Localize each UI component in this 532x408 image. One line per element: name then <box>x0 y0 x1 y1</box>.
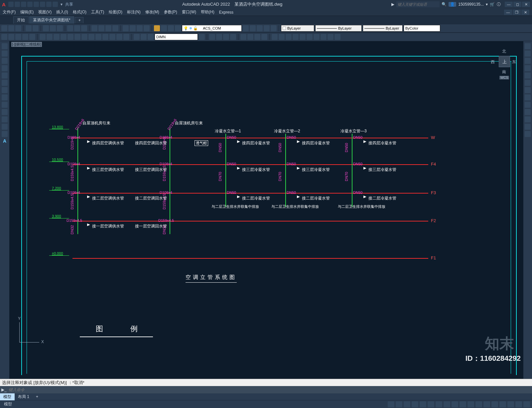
tb-mod2-icon[interactable] <box>141 34 147 40</box>
menu-edit[interactable]: 编辑(E) <box>20 9 34 15</box>
nav-home-icon[interactable] <box>525 51 531 57</box>
nav-ex5-icon[interactable] <box>525 116 531 122</box>
menu-insert[interactable]: 插入(I) <box>56 9 68 15</box>
sb-otrack-icon[interactable] <box>428 401 434 407</box>
tb-zoom-icon[interactable] <box>98 25 104 31</box>
qat-dropdown-icon[interactable]: ▾ <box>61 2 63 7</box>
command-input[interactable] <box>9 387 531 392</box>
tb-layer1-icon[interactable] <box>154 25 160 31</box>
tb-pline-icon[interactable] <box>8 34 14 40</box>
tb-m4-icon[interactable] <box>230 34 236 40</box>
tab-model[interactable]: 模型 <box>0 393 15 400</box>
tb-m9-icon[interactable] <box>272 34 278 40</box>
cmd-chevron-icon[interactable]: ▶_ <box>1 387 7 392</box>
tb-pan-icon[interactable] <box>91 25 97 31</box>
tb-m17-icon[interactable] <box>328 34 333 40</box>
tb-m16-icon[interactable] <box>321 34 327 40</box>
vc-wcs[interactable]: WCS <box>499 76 509 79</box>
tb-dim12-icon[interactable] <box>116 34 122 40</box>
tb-layo-icon[interactable] <box>264 25 270 31</box>
menu-param[interactable]: 参数(P) <box>164 9 177 15</box>
tb-plot-icon[interactable] <box>26 25 32 31</box>
sb-polar-icon[interactable] <box>412 401 418 407</box>
doc-minimize-button[interactable]: — <box>504 10 512 15</box>
tb-paste-icon[interactable] <box>57 25 63 31</box>
tb-m5-icon[interactable] <box>240 34 246 40</box>
qat-saveas-icon[interactable] <box>27 2 33 7</box>
tb-mod1-icon[interactable] <box>134 34 140 40</box>
status-model-label[interactable]: 模型 <box>2 401 12 407</box>
tb-redo2-icon[interactable] <box>81 25 87 31</box>
tb-tool-icon[interactable] <box>137 25 143 31</box>
tb-dim1-icon[interactable] <box>40 34 46 40</box>
nav-pan-icon[interactable] <box>525 58 531 64</box>
tb-arc-icon[interactable] <box>22 34 28 40</box>
qat-redo-icon[interactable] <box>46 2 52 7</box>
tb-undo2-icon[interactable] <box>74 25 80 31</box>
qat-plot-icon[interactable] <box>34 2 39 7</box>
sb-ortho-icon[interactable] <box>404 401 410 407</box>
sb-grid-icon[interactable] <box>388 401 394 407</box>
view-label[interactable]: [-][俯视][二维线框] <box>11 42 42 47</box>
tb-dim10-icon[interactable] <box>102 34 108 40</box>
tb-layw-icon[interactable] <box>271 25 277 31</box>
sb-qp-icon[interactable] <box>460 401 466 407</box>
sb-snap-icon[interactable] <box>396 401 402 407</box>
color-dropdown[interactable]: ByLayer <box>281 25 314 32</box>
tb-m10-icon[interactable] <box>279 34 285 40</box>
menu-format[interactable]: 格式(O) <box>73 9 86 15</box>
tab-start[interactable]: 开始 <box>13 16 29 24</box>
tb-m14-icon[interactable] <box>307 34 313 40</box>
user-name[interactable]: 1505999135... <box>458 2 484 7</box>
menu-tools[interactable]: 工具(T) <box>91 9 104 15</box>
tb-m13-icon[interactable] <box>300 34 306 40</box>
command-line[interactable]: ▶_ <box>0 386 532 393</box>
nav-ex6-icon[interactable] <box>525 124 531 130</box>
sb-lwt-icon[interactable] <box>444 401 450 407</box>
tb-match-icon[interactable] <box>67 25 73 31</box>
drawing-canvas[interactable]: [-][俯视][二维线框] W F4 F3 F2 F1 13.800 10.50… <box>9 41 523 379</box>
qat-save-icon[interactable] <box>21 2 26 7</box>
tb-m6-icon[interactable] <box>247 34 253 40</box>
nav-ex7-icon[interactable] <box>525 131 531 137</box>
tb-d1-icon[interactable] <box>199 34 205 40</box>
vt-rect-icon[interactable] <box>2 72 8 78</box>
doc-close-button[interactable]: ✕ <box>521 10 529 15</box>
nav-full-icon[interactable] <box>525 43 531 49</box>
cart-icon[interactable]: 🛒 <box>490 2 495 7</box>
tb-layf-icon[interactable] <box>257 25 263 31</box>
help-search-input[interactable] <box>396 1 440 7</box>
sb-mon-icon[interactable] <box>491 401 498 407</box>
sb-clean-icon[interactable] <box>515 401 522 407</box>
tb-m8-icon[interactable] <box>261 34 267 40</box>
tb-dim5-icon[interactable] <box>67 34 73 40</box>
dimstyle-dropdown[interactable]: DIMN <box>155 34 198 40</box>
tb-m15-icon[interactable] <box>314 34 320 40</box>
layer-dropdown[interactable]: 💡 ❄ 🔓 ACS_COM <box>182 25 242 32</box>
minimize-button[interactable]: — <box>505 2 513 7</box>
qat-open-icon[interactable] <box>15 2 20 7</box>
sb-dyn-icon[interactable] <box>436 401 442 407</box>
tb-open-icon[interactable] <box>8 25 14 31</box>
tb-m2-icon[interactable] <box>216 34 222 40</box>
tb-zoomp-icon[interactable] <box>112 25 118 31</box>
nav-orbit-icon[interactable] <box>525 72 531 78</box>
app-store-icon[interactable]: ▾ <box>486 2 488 7</box>
tb-dim8-icon[interactable] <box>88 34 94 40</box>
tab-layout1[interactable]: 布局 1 <box>15 393 33 400</box>
lineweight-dropdown[interactable]: ByLayer <box>363 25 403 32</box>
vt-pline-icon[interactable] <box>2 51 8 57</box>
qat-print-icon[interactable] <box>53 2 58 7</box>
menu-modify[interactable]: 修改(M) <box>145 9 159 15</box>
vt-arc-icon[interactable] <box>2 65 8 71</box>
signin-icon[interactable]: 🔍 <box>442 2 447 7</box>
share-button[interactable]: 共享 <box>65 2 73 7</box>
nav-ex2-icon[interactable] <box>525 94 531 100</box>
tb-copy-icon[interactable] <box>50 25 56 31</box>
menu-file[interactable]: 文件(F) <box>3 9 16 15</box>
nav-ex4-icon[interactable] <box>525 109 531 115</box>
nav-ex1-icon[interactable] <box>525 87 531 93</box>
tb-layer2-icon[interactable] <box>161 25 167 31</box>
menu-view[interactable]: 视图(V) <box>38 9 52 15</box>
vt-circle-icon[interactable] <box>2 58 8 64</box>
